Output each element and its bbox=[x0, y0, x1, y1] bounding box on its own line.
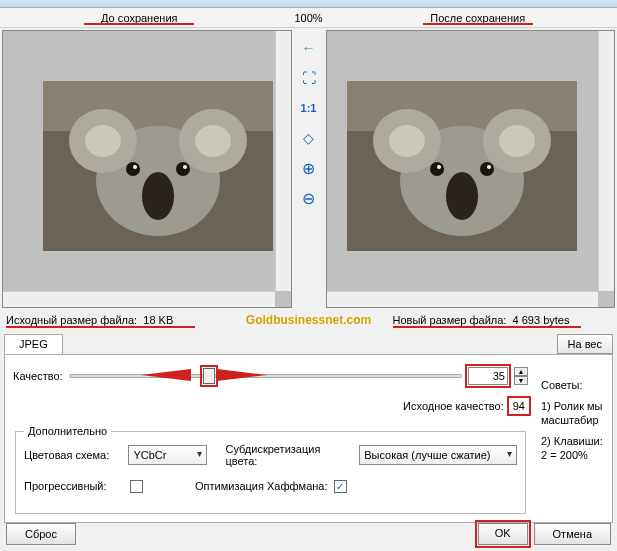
svg-point-23 bbox=[487, 165, 491, 169]
svg-point-18 bbox=[499, 125, 535, 157]
svg-point-5 bbox=[85, 125, 121, 157]
arrow-left-annotation bbox=[141, 369, 191, 381]
cancel-button[interactable]: Отмена bbox=[534, 523, 611, 545]
filesize-row: Исходный размер файла: 18 KB Goldbusines… bbox=[0, 310, 617, 330]
svg-point-22 bbox=[437, 165, 441, 169]
color-scheme-value: YCbCr bbox=[133, 449, 166, 461]
tips-panel: Советы: 1) Ролик мы масштабир 2) Клавиши… bbox=[536, 365, 604, 514]
watermark-text: Goldbusinessnet.com bbox=[229, 313, 389, 327]
svg-point-10 bbox=[133, 165, 137, 169]
svg-point-19 bbox=[446, 172, 478, 220]
orig-quality-value: 94 bbox=[510, 399, 528, 413]
huffman-label: Оптимизация Хаффмана: bbox=[195, 480, 328, 492]
scrollbar-horizontal[interactable] bbox=[327, 291, 599, 307]
quality-slider[interactable] bbox=[69, 374, 462, 378]
tips-title: Советы: bbox=[541, 379, 604, 391]
after-save-label: После сохранения bbox=[339, 12, 618, 24]
svg-point-8 bbox=[126, 162, 140, 176]
zoom-in-icon[interactable] bbox=[299, 158, 319, 178]
original-filesize-value: 18 KB bbox=[143, 314, 173, 328]
tabs-row: JPEG На вес bbox=[0, 330, 617, 354]
svg-point-6 bbox=[195, 125, 231, 157]
before-save-label: До сохранения bbox=[0, 12, 279, 24]
arrow-right-annotation bbox=[217, 369, 267, 381]
subsampling-label: Субдискретизация цвета: bbox=[225, 443, 353, 467]
svg-point-7 bbox=[142, 172, 174, 220]
quality-label: Качество: bbox=[13, 370, 63, 382]
preview-image-after bbox=[347, 81, 577, 251]
preview-area: ← ⛶ 1:1 ◇ bbox=[0, 28, 617, 310]
new-filesize-label: Новый размер файла: bbox=[393, 314, 507, 326]
preview-image-before bbox=[43, 81, 273, 251]
window-titlebar bbox=[0, 0, 617, 8]
quality-spinner[interactable]: ▲▼ bbox=[514, 367, 528, 385]
ok-button[interactable]: OK bbox=[478, 523, 528, 545]
original-filesize: Исходный размер файла: 18 KB bbox=[6, 314, 225, 326]
orig-quality-label: Исходное качество: bbox=[403, 400, 504, 412]
zoom-percent-label: 100% bbox=[279, 12, 339, 24]
scrollbar-vertical[interactable] bbox=[598, 31, 614, 291]
arrow-left-icon[interactable]: ← bbox=[299, 38, 319, 58]
progressive-checkbox[interactable] bbox=[130, 480, 143, 493]
quality-slider-thumb[interactable] bbox=[203, 368, 215, 384]
preview-after[interactable] bbox=[326, 30, 616, 308]
color-scheme-dropdown[interactable]: YCbCr bbox=[128, 445, 207, 465]
preview-header: До сохранения 100% После сохранения bbox=[0, 8, 617, 28]
scrollbar-vertical[interactable] bbox=[275, 31, 291, 291]
huffman-checkbox[interactable]: ✓ bbox=[334, 480, 347, 493]
fullscreen-button[interactable]: На вес bbox=[557, 334, 613, 354]
settings-panel: Качество: 35 ▲▼ Исходное качество: 94 До… bbox=[4, 354, 613, 523]
new-filesize: Новый размер файла: 4 693 bytes bbox=[393, 314, 612, 326]
fit-screen-icon[interactable]: ⛶ bbox=[299, 68, 319, 88]
tip-1: 1) Ролик мы масштабир bbox=[541, 399, 604, 428]
reset-button[interactable]: Сброс bbox=[6, 523, 76, 545]
svg-point-9 bbox=[176, 162, 190, 176]
bottom-buttons: Сброс OK Отмена bbox=[0, 523, 617, 545]
center-toolbar: ← ⛶ 1:1 ◇ bbox=[294, 28, 324, 310]
preview-before[interactable] bbox=[2, 30, 292, 308]
subsampling-dropdown[interactable]: Высокая (лучше сжатие) bbox=[359, 445, 517, 465]
svg-point-20 bbox=[430, 162, 444, 176]
color-scheme-label: Цветовая схема: bbox=[24, 449, 122, 461]
original-filesize-label: Исходный размер файла: bbox=[6, 314, 137, 326]
extra-legend: Дополнительно bbox=[24, 425, 111, 437]
tab-jpeg[interactable]: JPEG bbox=[4, 334, 63, 354]
extra-fieldset: Дополнительно Цветовая схема: YCbCr Субд… bbox=[15, 425, 526, 514]
one-to-one-icon[interactable]: 1:1 bbox=[299, 98, 319, 118]
svg-point-21 bbox=[480, 162, 494, 176]
fit-window-icon[interactable]: ◇ bbox=[299, 128, 319, 148]
scrollbar-horizontal[interactable] bbox=[3, 291, 275, 307]
svg-point-11 bbox=[183, 165, 187, 169]
subsampling-value: Высокая (лучше сжатие) bbox=[364, 449, 490, 461]
tip-2: 2) Клавиши: 2 = 200% bbox=[541, 434, 604, 463]
new-filesize-value: 4 693 bytes bbox=[513, 314, 570, 328]
progressive-label: Прогрессивный: bbox=[24, 480, 124, 492]
svg-point-17 bbox=[389, 125, 425, 157]
zoom-out-icon[interactable] bbox=[299, 188, 319, 208]
quality-value-input[interactable]: 35 bbox=[468, 367, 508, 385]
